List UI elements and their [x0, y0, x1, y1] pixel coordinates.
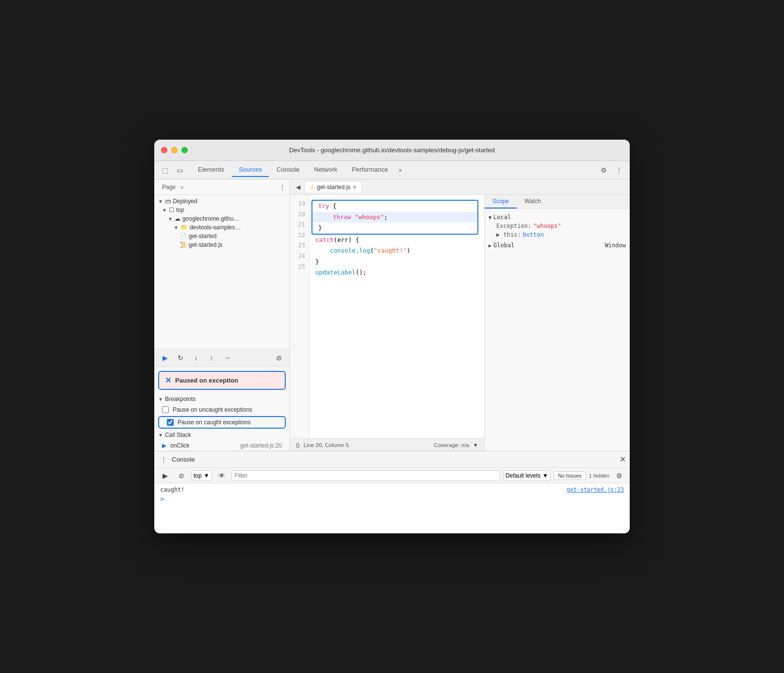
console-log-text: caught! — [160, 486, 185, 493]
console-menu-icon[interactable]: ⋮ — [158, 454, 169, 465]
tab-network[interactable]: Network — [308, 163, 344, 177]
editor-back-nav[interactable]: ◀ — [292, 181, 304, 193]
inspect-icon[interactable]: ⬚ — [158, 163, 172, 177]
file-js-icon: 📜 — [180, 241, 187, 248]
console-clear-icon[interactable]: ▶ — [158, 469, 172, 482]
code-line-25: updateLabel(); — [310, 267, 484, 278]
pause-uncaught-item[interactable]: Pause on uncaught exceptions — [154, 404, 290, 415]
tab-elements[interactable]: Elements — [191, 163, 231, 177]
tree-deployed[interactable]: ▼ 🗃 Deployed — [154, 197, 290, 206]
format-code-icon[interactable]: {} — [296, 442, 300, 448]
console-eye-icon[interactable]: 👁 — [215, 469, 229, 482]
exception-banner: ✕ Paused on exception — [158, 371, 286, 390]
call-stack-file: get-started.js:20 — [240, 442, 282, 449]
tree-get-started-js[interactable]: 📜 get-started.js — [154, 240, 290, 249]
breakpoints-header[interactable]: ▼ Breakpoints — [154, 394, 290, 404]
scope-content: ▼ Local Exception: "whoops" ▶ this: butt… — [485, 209, 630, 451]
settings-icon[interactable]: ⚙ — [597, 163, 610, 177]
scope-global-label: Global — [493, 242, 514, 249]
step-into-button[interactable]: ↓ — [189, 351, 203, 365]
pause-caught-checkbox[interactable] — [167, 419, 174, 426]
line-num-21: 21 — [290, 220, 309, 230]
scope-global-header[interactable]: ▶ Global Window — [485, 241, 630, 250]
scope-local-label: Local — [493, 214, 511, 221]
resume-button[interactable]: ▶ — [158, 351, 172, 365]
line-num-19: 19 — [290, 199, 309, 209]
console-top-dropdown[interactable]: top ▼ — [191, 470, 212, 481]
scope-local-header[interactable]: ▼ Local — [485, 213, 630, 222]
scope-exception-key: Exception: — [496, 223, 531, 229]
tab-more[interactable]: » — [396, 165, 405, 176]
console-levels-dropdown[interactable]: Default levels ▼ — [503, 470, 551, 481]
tree-googlechrome[interactable]: ▼ ☁ googlechrome.githu… — [154, 214, 290, 223]
console-levels-label: Default levels — [506, 472, 540, 479]
scope-this-value[interactable]: button — [523, 231, 544, 238]
tab-watch[interactable]: Watch — [517, 195, 549, 208]
status-line-col: Line 20, Column 5 — [304, 442, 349, 448]
console-prompt[interactable]: > — [160, 495, 624, 503]
line-num-23: 23 — [290, 240, 309, 251]
step-out-button[interactable]: ↑ — [205, 351, 218, 365]
scope-exception-item: Exception: "whoops" — [485, 222, 630, 230]
console-block-icon[interactable]: ⊘ — [175, 469, 188, 482]
sidebar-menu-icon[interactable]: ⋮ — [279, 183, 286, 191]
tree-get-started[interactable]: 📄 get-started — [154, 232, 290, 240]
coverage-status: Coverage: n/a — [434, 442, 469, 448]
console-filter-input[interactable] — [231, 470, 500, 481]
tree-label-top: top — [176, 207, 184, 213]
scope-global-value: Window — [605, 242, 626, 249]
tree-label-get-started: get-started — [189, 233, 216, 240]
more-options-icon[interactable]: ⋮ — [612, 163, 626, 177]
scope-this-item: ▶ this: button — [485, 230, 630, 239]
editor-tab-warning-icon: ⚠ — [310, 184, 315, 191]
tab-console[interactable]: Console — [270, 163, 307, 177]
device-icon[interactable]: ▭ — [173, 163, 186, 177]
tree-top[interactable]: ▼ ☐ top — [154, 206, 290, 214]
maximize-button[interactable] — [181, 147, 188, 153]
console-settings-icon[interactable]: ⚙ — [612, 469, 626, 482]
sidebar-more[interactable]: » — [180, 184, 183, 190]
exception-text: Paused on exception — [175, 377, 238, 384]
console-close-icon[interactable]: ✕ — [620, 455, 626, 464]
tree-arrow-gc: ▼ — [168, 216, 173, 222]
window-title: DevTools - googlechrome.github.io/devtoo… — [289, 146, 495, 154]
tree-arrow-top: ▼ — [162, 208, 167, 213]
tab-performance[interactable]: Performance — [345, 163, 394, 177]
main-content: Page » ⋮ ▼ 🗃 Deployed ▼ ☐ top ▼ ☁ — [154, 179, 630, 451]
step-over-button[interactable]: ↻ — [174, 351, 187, 365]
caught-exceptions-box: Pause on caught exceptions — [158, 416, 286, 429]
editor-tab-name: get-started.js — [317, 184, 350, 191]
console-top-arrow: ▼ — [204, 472, 210, 479]
minimize-button[interactable] — [171, 147, 178, 153]
tab-sources[interactable]: Sources — [232, 163, 269, 177]
scope-section-global: ▶ Global Window — [485, 241, 630, 250]
step-button[interactable]: → — [220, 351, 234, 365]
editor-tabs: ◀ ⚠ get-started.js ✕ — [290, 179, 630, 195]
exception-code-box: try { throw "whoops"; } — [311, 200, 478, 235]
code-editor: 19 20 21 22 23 24 25 try { — [290, 195, 484, 438]
tree-label-get-started-js: get-started.js — [189, 241, 222, 248]
folder-icon: 📁 — [180, 224, 188, 231]
devtools-window: DevTools - googlechrome.github.io/devtoo… — [154, 140, 630, 533]
tree-devtools-samples[interactable]: ▼ 📁 devtools-samples… — [154, 223, 290, 232]
pause-uncaught-checkbox[interactable] — [162, 406, 169, 413]
pause-caught-label: Pause on caught exceptions — [178, 419, 251, 426]
editor-tab-get-started-js[interactable]: ⚠ get-started.js ✕ — [305, 181, 362, 192]
status-bar: {} Line 20, Column 5 Coverage: n/a ▼ — [290, 438, 484, 451]
pause-uncaught-label: Pause on uncaught exceptions — [173, 406, 252, 413]
editor-tab-close-icon[interactable]: ✕ — [352, 184, 357, 191]
tab-scope[interactable]: Scope — [485, 195, 517, 208]
call-stack-item-onclick[interactable]: ▶ onClick get-started.js:20 — [154, 440, 290, 451]
console-no-issues-badge[interactable]: No Issues — [554, 471, 586, 480]
deactivate-breakpoints-button[interactable]: ⊘ — [272, 351, 286, 365]
console-log-link[interactable]: get-started.js:23 — [567, 486, 624, 493]
code-line-24: } — [310, 256, 484, 268]
pause-caught-item[interactable]: Pause on caught exceptions — [159, 417, 285, 428]
call-stack-header[interactable]: ▼ Call Stack — [154, 430, 290, 440]
tree-label-deployed: Deployed — [173, 198, 197, 205]
console-content: caught! get-started.js:23 > — [154, 483, 630, 533]
scope-section-local: ▼ Local Exception: "whoops" ▶ this: butt… — [485, 213, 630, 239]
tree-arrow-deployed: ▼ — [158, 199, 163, 204]
coverage-toggle-icon[interactable]: ▼ — [473, 442, 478, 448]
close-button[interactable] — [161, 147, 167, 153]
